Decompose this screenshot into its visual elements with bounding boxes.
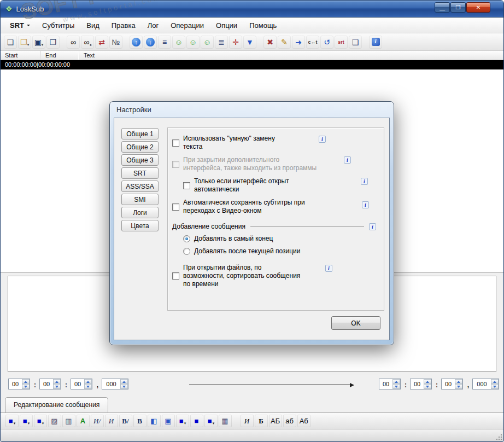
pattern-button-1[interactable]: ▨ [48, 415, 61, 427]
text-color-button[interactable]: ■ ▾ [5, 415, 19, 427]
spinner-up-button[interactable] [392, 379, 400, 384]
dialog-tab-logi[interactable]: Логи [121, 207, 159, 218]
menu-help[interactable]: Помощь [243, 19, 283, 32]
pattern-button-2[interactable]: ▥ [62, 415, 75, 427]
spinner-up-button[interactable] [491, 379, 499, 384]
option-add-to-end[interactable]: Добавлять в самый конец [183, 235, 379, 242]
dialog-tab-ass-ssa[interactable]: ASS/SSA [121, 181, 159, 192]
bold-remove-button[interactable]: В [133, 415, 146, 427]
spinner-down-button[interactable] [455, 384, 462, 389]
info-icon[interactable]: i [362, 201, 369, 208]
smart-replace-checkbox[interactable] [172, 139, 179, 147]
numbering-icon[interactable]: № [109, 36, 122, 49]
menu-options[interactable]: Опции [210, 19, 243, 32]
save-icon[interactable]: ▣ ▾ [32, 36, 45, 49]
add-after-current-radio[interactable] [183, 248, 190, 255]
spinner-up-button[interactable] [424, 379, 431, 384]
open-file-icon[interactable]: ❒ ▾ [18, 36, 31, 49]
info-icon[interactable]: i [361, 178, 368, 185]
column-header-end[interactable]: End [41, 51, 79, 60]
minimize-button[interactable]: — [435, 2, 450, 13]
dialog-tab-obschie-3[interactable]: Общие 3 [121, 154, 159, 166]
info-icon[interactable]: i [344, 156, 351, 164]
dialog-tab-obschie-2[interactable]: Общие 2 [121, 141, 159, 153]
list-icon[interactable]: ≡ [158, 36, 171, 49]
new-file-icon[interactable]: ❏ [4, 36, 17, 49]
spinner-up-button[interactable] [455, 379, 462, 384]
spinner-down-button[interactable] [120, 384, 128, 389]
add-to-end-radio[interactable] [183, 235, 190, 242]
spinner-down-button[interactable] [491, 384, 499, 389]
italic-add-button[interactable]: И/ [91, 415, 104, 427]
info-icon[interactable]: i [319, 136, 326, 143]
find-next-icon[interactable]: ∞ ▸ [81, 36, 94, 49]
bold-letter-button[interactable]: Б [255, 415, 268, 427]
convert-icon[interactable]: c↔t [306, 36, 319, 49]
italic-remove-button[interactable]: И [105, 415, 118, 427]
menu-operations[interactable]: Операции [165, 19, 210, 32]
ok-button[interactable]: OK [331, 316, 380, 330]
dialog-titlebar[interactable]: Настройки [110, 102, 394, 118]
font-style-button[interactable]: А [77, 415, 90, 427]
pattern-button-3[interactable]: ▦ [219, 415, 232, 427]
time-spinner[interactable]: 00 [71, 379, 92, 389]
capitalize-button[interactable]: Аб [297, 415, 310, 427]
goto-list-icon[interactable]: ≣ [215, 36, 228, 49]
position-icon[interactable]: ✛ [229, 36, 242, 49]
secondary-color-button[interactable]: ■ ▾ [20, 415, 33, 427]
selected-subtitle-row[interactable]: 00:00:00:00|00:00:00:00 [1, 60, 503, 69]
time-spinner[interactable]: 00 [441, 379, 463, 389]
smiley-edit-icon[interactable]: ☺ [172, 36, 185, 49]
close-button[interactable]: ✕ [466, 2, 490, 13]
italic-letter-button[interactable]: И [241, 415, 254, 427]
insert-block-button[interactable]: ▣ [162, 415, 175, 427]
time-spinner[interactable]: 00 [39, 379, 61, 389]
time-spinner[interactable]: 000 [102, 379, 128, 389]
only-if-auto-checkbox[interactable] [183, 182, 190, 189]
border-color-button[interactable]: ■ ▾ [204, 415, 218, 427]
shadow-color-button[interactable]: ■ ▾ [176, 415, 189, 427]
fill-color-button[interactable]: ■ [190, 415, 203, 427]
find-icon[interactable]: ∞ [67, 36, 80, 49]
info-icon[interactable]: i [325, 265, 332, 272]
export-icon[interactable]: ➜ [292, 36, 305, 49]
resize-grip[interactable] [494, 432, 502, 440]
time-spinner[interactable]: 00 [410, 379, 432, 389]
move-up-icon[interactable]: ↑ [130, 36, 143, 49]
time-spinner[interactable]: 00 [8, 379, 30, 389]
option-add-after-current[interactable]: Добавлять после текущей позиции [183, 247, 379, 255]
spinner-down-button[interactable] [22, 384, 30, 389]
menu-log[interactable]: Лог [142, 19, 165, 32]
save-all-icon[interactable]: ❐ [46, 36, 60, 49]
move-down-icon[interactable]: ↓ [144, 36, 157, 49]
spinner-up-button[interactable] [120, 379, 128, 384]
undo-icon[interactable]: ↺ [320, 36, 333, 49]
menu-edit[interactable]: Правка [106, 19, 142, 32]
menu-view[interactable]: Вид [80, 19, 106, 32]
dialog-tab-smi[interactable]: SMI [121, 194, 159, 205]
delete-icon[interactable]: ✖ [263, 36, 277, 49]
spinner-down-button[interactable] [84, 384, 92, 389]
bold-add-button[interactable]: В/ [119, 415, 132, 427]
dialog-tab-srt[interactable]: SRT [121, 167, 159, 179]
time-spinner[interactable]: 000 [472, 379, 499, 389]
info-icon[interactable]: i [369, 223, 376, 230]
jump-down-icon[interactable]: ▼ [243, 36, 256, 49]
column-header-start[interactable]: Start [1, 51, 41, 60]
menu-subtitles[interactable]: Субтитры [36, 19, 80, 32]
dialog-tab-obschie-1[interactable]: Общие 1 [121, 128, 159, 139]
dialog-tab-cveta[interactable]: Цвета [121, 220, 159, 231]
srt-icon[interactable]: srt [335, 36, 348, 49]
lowercase-button[interactable]: аб [283, 415, 296, 427]
uppercase-button[interactable]: АБ [269, 415, 282, 427]
tab-message-editing[interactable]: Редактирование сообщения [5, 397, 108, 412]
sort-on-open-checkbox[interactable] [172, 272, 179, 280]
menu-srt[interactable]: SRT [4, 19, 36, 32]
spinner-up-button[interactable] [22, 379, 30, 384]
maximize-button[interactable]: ❐ [450, 2, 466, 13]
insert-left-button[interactable]: ◧ [148, 415, 161, 427]
spinner-up-button[interactable] [53, 379, 61, 384]
spinner-up-button[interactable] [84, 379, 92, 384]
spinner-down-button[interactable] [53, 384, 61, 389]
smiley-add-icon[interactable]: ☺ [201, 36, 214, 49]
